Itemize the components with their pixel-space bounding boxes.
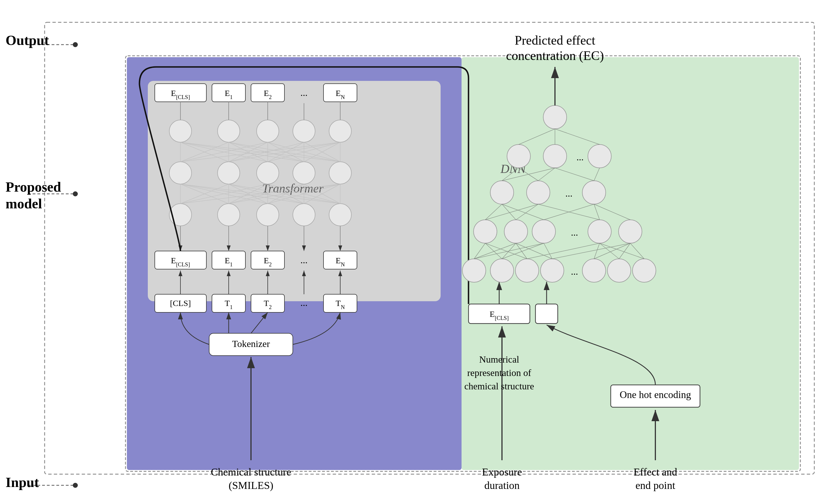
svg-point-155 bbox=[526, 181, 550, 204]
svg-text:...: ... bbox=[300, 255, 308, 265]
svg-line-68 bbox=[229, 142, 304, 162]
svg-text:DNN: DNN bbox=[500, 162, 526, 176]
svg-line-53 bbox=[268, 184, 304, 203]
svg-text:[CLS]: [CLS] bbox=[170, 298, 191, 308]
svg-line-180 bbox=[630, 243, 644, 259]
svg-text:Exposure: Exposure bbox=[482, 466, 522, 478]
svg-line-186 bbox=[544, 204, 594, 220]
svg-text:chemical structure: chemical structure bbox=[464, 381, 534, 391]
svg-line-43 bbox=[229, 184, 268, 203]
svg-point-25 bbox=[293, 120, 315, 142]
svg-line-39 bbox=[181, 184, 268, 203]
svg-text:E2: E2 bbox=[264, 256, 271, 267]
svg-text:Numerical: Numerical bbox=[479, 354, 519, 364]
svg-line-82 bbox=[268, 142, 340, 162]
svg-line-183 bbox=[502, 204, 516, 220]
svg-line-190 bbox=[502, 168, 519, 181]
svg-rect-108 bbox=[251, 294, 284, 312]
svg-rect-0 bbox=[45, 22, 814, 474]
svg-rect-10 bbox=[148, 81, 441, 301]
svg-text:Chemical structure: Chemical structure bbox=[211, 466, 291, 478]
svg-text:concentration (EC): concentration (EC) bbox=[506, 49, 604, 63]
svg-rect-15 bbox=[212, 84, 245, 102]
svg-point-142 bbox=[515, 259, 539, 282]
svg-rect-92 bbox=[212, 251, 245, 269]
svg-line-193 bbox=[538, 168, 555, 181]
svg-line-38 bbox=[181, 184, 229, 203]
svg-line-187 bbox=[538, 204, 600, 220]
svg-line-51 bbox=[181, 184, 304, 203]
svg-point-34 bbox=[257, 203, 279, 226]
svg-text:...: ... bbox=[571, 227, 578, 238]
svg-line-83 bbox=[304, 142, 340, 162]
svg-text:...: ... bbox=[571, 266, 578, 277]
svg-line-45 bbox=[229, 184, 340, 203]
svg-line-192 bbox=[519, 168, 538, 181]
svg-rect-13 bbox=[155, 84, 206, 102]
svg-text:E1: E1 bbox=[225, 256, 233, 267]
svg-point-36 bbox=[329, 203, 351, 226]
svg-line-175 bbox=[594, 243, 600, 259]
svg-point-31 bbox=[329, 162, 351, 184]
svg-rect-104 bbox=[155, 294, 206, 312]
svg-rect-120 bbox=[209, 333, 293, 356]
svg-text:E[CLS]: E[CLS] bbox=[490, 309, 509, 321]
svg-line-172 bbox=[516, 243, 552, 259]
svg-line-52 bbox=[229, 184, 304, 203]
svg-point-141 bbox=[490, 259, 514, 282]
svg-line-177 bbox=[600, 243, 619, 259]
svg-line-67 bbox=[229, 142, 268, 162]
svg-text:E1: E1 bbox=[225, 89, 233, 100]
svg-line-44 bbox=[229, 184, 304, 203]
svg-line-56 bbox=[181, 184, 340, 203]
svg-point-32 bbox=[169, 203, 192, 226]
svg-point-147 bbox=[633, 259, 656, 282]
svg-point-157 bbox=[582, 181, 606, 204]
svg-point-22 bbox=[169, 120, 192, 142]
svg-rect-127 bbox=[469, 304, 530, 323]
svg-line-194 bbox=[594, 168, 600, 181]
svg-text:TN: TN bbox=[336, 298, 345, 310]
svg-line-65 bbox=[181, 142, 229, 162]
label-proposed-model: Proposedmodel bbox=[5, 178, 61, 212]
svg-line-166 bbox=[485, 243, 502, 259]
svg-line-174 bbox=[552, 243, 630, 259]
svg-point-29 bbox=[257, 162, 279, 184]
svg-rect-130 bbox=[611, 385, 700, 407]
svg-point-26 bbox=[329, 120, 351, 142]
svg-point-33 bbox=[217, 203, 240, 226]
svg-point-30 bbox=[293, 162, 315, 184]
svg-point-158 bbox=[507, 144, 530, 168]
svg-text:Effect and: Effect and bbox=[634, 466, 677, 478]
svg-line-70 bbox=[181, 142, 268, 162]
svg-line-169 bbox=[485, 243, 527, 259]
svg-line-185 bbox=[502, 204, 544, 220]
svg-text:EN: EN bbox=[336, 256, 345, 267]
svg-line-69 bbox=[229, 142, 340, 162]
svg-point-148 bbox=[474, 220, 497, 243]
svg-point-24 bbox=[257, 120, 279, 142]
svg-point-150 bbox=[532, 220, 555, 243]
svg-point-154 bbox=[490, 181, 514, 204]
svg-line-57 bbox=[229, 184, 340, 203]
svg-point-149 bbox=[504, 220, 528, 243]
svg-line-123 bbox=[251, 312, 268, 333]
svg-text:Transformer: Transformer bbox=[262, 182, 324, 195]
svg-text:(SMILES): (SMILES) bbox=[229, 479, 273, 491]
svg-point-153 bbox=[619, 220, 642, 243]
svg-line-167 bbox=[502, 243, 516, 259]
svg-line-189 bbox=[594, 204, 630, 220]
svg-text:...: ... bbox=[300, 297, 308, 308]
svg-text:Tokenizer: Tokenizer bbox=[232, 339, 270, 349]
label-input: Input bbox=[5, 474, 39, 490]
svg-rect-111 bbox=[324, 294, 357, 312]
svg-line-47 bbox=[229, 184, 268, 203]
svg-line-79 bbox=[304, 142, 340, 162]
svg-line-58 bbox=[268, 184, 340, 203]
svg-point-6 bbox=[73, 483, 78, 488]
svg-line-75 bbox=[181, 142, 304, 162]
svg-point-2 bbox=[73, 42, 78, 47]
svg-rect-7 bbox=[125, 56, 800, 471]
svg-line-46 bbox=[181, 184, 268, 203]
svg-text:...: ... bbox=[576, 152, 584, 162]
